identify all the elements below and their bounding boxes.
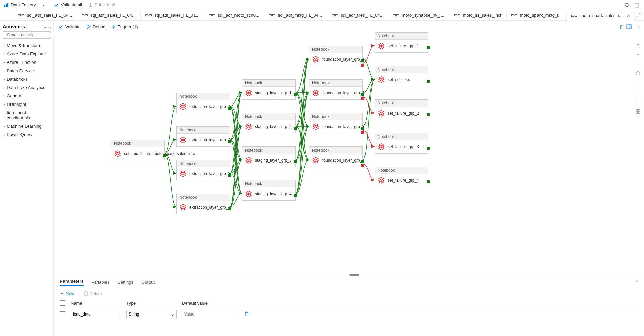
notebook-activity[interactable]: Notebookfoundation_layer_grp_4	[309, 146, 363, 167]
select-all-checkbox[interactable]	[60, 300, 65, 306]
connector-port[interactable]	[228, 207, 231, 210]
pipeline-tab[interactable]: sql_adf_sales_FL_04...	[13, 10, 77, 20]
connector-port[interactable]	[427, 147, 430, 150]
connector-port[interactable]	[294, 194, 297, 197]
connector-port[interactable]	[163, 154, 166, 157]
panel-drag-handle[interactable]	[349, 274, 359, 276]
bottom-tab[interactable]: Output	[141, 280, 155, 285]
connector-port[interactable]	[228, 174, 231, 177]
new-param-button[interactable]: ＋New	[60, 290, 74, 296]
publish-all-button[interactable]: Publish all	[88, 2, 115, 7]
reset-view-button[interactable]	[634, 108, 642, 115]
delete-row-button[interactable]	[245, 311, 249, 317]
connector-port[interactable]	[361, 131, 364, 134]
param-default-input[interactable]	[182, 310, 239, 318]
activity-category[interactable]: ›General	[3, 92, 51, 100]
connector-port[interactable]	[427, 46, 430, 49]
activity-category[interactable]: ›Machine Learning	[3, 122, 51, 130]
connector-port[interactable]	[228, 107, 231, 110]
chevrons-icon[interactable]: ⌄	[44, 24, 47, 29]
canvas-more-button[interactable]: ⋯	[635, 24, 639, 29]
row-checkbox[interactable]	[60, 311, 65, 317]
notebook-activity[interactable]: Notebookextraction_layer_grp_2	[176, 126, 230, 147]
activity-category[interactable]: ›Move & transform	[3, 41, 51, 50]
activity-category[interactable]: ›Iteration & conditionals	[3, 109, 51, 122]
connector-port[interactable]	[361, 164, 364, 167]
zoom-slider[interactable]	[638, 61, 638, 85]
activity-category[interactable]: ›Databricks	[3, 75, 51, 83]
notebook-activity[interactable]: Notebookfoundation_layer_grp_2	[309, 79, 363, 100]
fit-button[interactable]	[634, 97, 642, 105]
connector-port[interactable]	[361, 127, 364, 130]
bottom-tab[interactable]: Settings	[118, 280, 133, 285]
connector-port[interactable]	[361, 64, 364, 67]
pipeline-tab[interactable]: sql_adf_moto_scn0...	[204, 10, 264, 20]
activity-category[interactable]: ›Azure Data Explorer	[3, 50, 51, 58]
connector-port[interactable]	[361, 160, 364, 163]
bottom-tab[interactable]: Variables	[92, 280, 110, 285]
zoom-knob[interactable]	[636, 71, 640, 75]
connector-port[interactable]	[361, 59, 364, 62]
panel-collapse-button[interactable]: ⌃	[635, 280, 639, 285]
properties-button[interactable]	[626, 24, 632, 29]
bottom-tab[interactable]: Parameters	[60, 279, 84, 286]
notebook-activity[interactable]: Notebookstaging_layer_grp_3	[242, 146, 296, 167]
connector-port[interactable]	[361, 93, 364, 96]
service-switcher[interactable]: Data Factory ⌄	[4, 2, 48, 7]
validate-button[interactable]: Validate	[58, 24, 81, 29]
param-name-input[interactable]	[71, 310, 121, 318]
notebook-activity[interactable]: Notebookstaging_layer_grp_1	[242, 79, 296, 100]
param-type-select[interactable]: String⌄	[126, 310, 177, 318]
activity-category[interactable]: ›Azure Function	[3, 58, 51, 67]
notebook-activity[interactable]: Notebookset_failure_grp_1	[375, 32, 428, 53]
notebook-activity[interactable]: Notebookset_success	[375, 66, 428, 86]
pipeline-tab[interactable]: moto_spark_mktg_i...	[507, 10, 567, 20]
pipeline-tab[interactable]: moto_synapse_bv_i...	[388, 10, 449, 20]
validate-all-button[interactable]: Validate all	[54, 2, 82, 7]
delete-param-button[interactable]: Delete	[84, 291, 102, 296]
pipeline-tab[interactable]: sql_adf_sales_FL_04...	[77, 10, 140, 20]
notebook-activity[interactable]: Notebookstaging_layer_grp_2	[242, 113, 296, 133]
pipeline-tab[interactable]: moto_ss_sales_incr	[449, 10, 507, 20]
search-input-wrap[interactable]	[3, 31, 51, 39]
notebook-activity[interactable]: Notebookstaging_layer_grp_4	[242, 180, 296, 201]
notebook-activity[interactable]: Notebookextraction_layer_grp_1	[176, 93, 230, 113]
search-input[interactable]	[7, 33, 57, 37]
pipeline-tab[interactable]: sql_adf_mktg_FL_04...	[264, 10, 327, 20]
zoom-search-button[interactable]: ⌕	[634, 41, 642, 48]
pipeline-tab[interactable]: sql_adf_sales_FL_01...	[141, 10, 204, 20]
notebook-activity[interactable]: Notebookfoundation_layer_grp_3	[309, 113, 363, 133]
collapse-icon[interactable]: «	[48, 24, 51, 29]
activity-category[interactable]: ›Power Query	[3, 130, 51, 139]
connector-port[interactable]	[294, 127, 297, 130]
notebook-activity[interactable]: Notebookset_failure_grp_4	[375, 167, 428, 187]
notebook-activity[interactable]: Notebookset_failure_grp_2	[375, 99, 428, 120]
pipeline-tab[interactable]: moto_spark_sales_i...×	[567, 10, 635, 20]
connector-port[interactable]	[427, 113, 430, 116]
category-label: Machine Learning	[7, 124, 41, 129]
activity-category[interactable]: ›Data Lake Analytics	[3, 83, 51, 92]
notebook-activity[interactable]: Notebookextraction_layer_grp_3	[176, 160, 230, 180]
notebook-activity[interactable]: Notebookextraction_layer_grp_4	[176, 194, 230, 214]
zoom-out-button[interactable]: －	[634, 87, 642, 95]
activity-category[interactable]: ›HDInsight	[3, 100, 51, 109]
debug-button[interactable]: Debug	[87, 24, 105, 29]
connector-port[interactable]	[427, 180, 430, 183]
refresh-button[interactable]	[623, 2, 630, 8]
connector-port[interactable]	[294, 160, 297, 163]
close-icon[interactable]: ×	[627, 13, 629, 18]
code-view-button[interactable]: {}	[620, 24, 623, 29]
toggle-panel-button[interactable]	[635, 12, 642, 19]
discard-button[interactable]	[633, 2, 640, 8]
activity-category[interactable]: ›Batch Service	[3, 67, 51, 75]
trigger-button[interactable]: Trigger (1)	[112, 24, 138, 29]
connector-port[interactable]	[228, 140, 231, 143]
notebook-activity[interactable]: Notebookset_fmc_fl_mtd_moto_spark_sales_…	[111, 140, 165, 160]
connector-port[interactable]	[427, 80, 430, 83]
connector-port[interactable]	[361, 97, 364, 100]
pipeline-tab[interactable]: sql_adf_files_FL_04...	[327, 10, 388, 20]
notebook-activity[interactable]: Notebookset_failure_grp_3	[375, 133, 428, 154]
notebook-activity[interactable]: Notebookfoundation_layer_grp_1	[309, 46, 363, 66]
zoom-in-button[interactable]: ＋	[634, 51, 642, 58]
connector-port[interactable]	[294, 93, 297, 96]
